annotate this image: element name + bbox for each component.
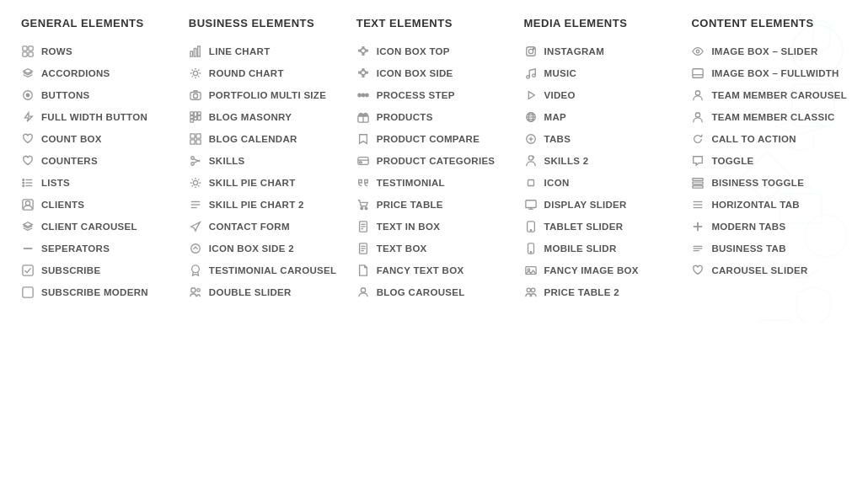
lists-label: LISTS: [41, 178, 70, 188]
menu-item-price-table[interactable]: PRICE TABLE: [356, 198, 507, 211]
menu-item-blog-carousel[interactable]: BLOG CAROUSEL: [356, 286, 507, 299]
menu-item-fancy-text-box[interactable]: FANCY TEXT BOX: [356, 264, 507, 277]
menu-item-counters[interactable]: COUNTERS: [21, 154, 172, 168]
svg-point-110: [697, 50, 700, 53]
menu-item-display-slider[interactable]: DISPLAY SLIDER: [524, 198, 675, 211]
menu-item-horizontal-tab[interactable]: HORIZONTAL TAB: [691, 198, 847, 211]
menu-item-double-slider[interactable]: DOUBLE SLIDER: [189, 286, 340, 299]
svg-point-82: [361, 288, 365, 292]
menu-item-full-width-button[interactable]: FULL WIDTH BUTTON: [21, 110, 172, 124]
products-icon: [356, 110, 370, 124]
menu-item-client-carousel[interactable]: CLIENT CAROUSEL: [21, 220, 172, 233]
menu-item-tablet-slider[interactable]: TABLET SLIDER: [524, 220, 675, 233]
menu-item-testimonial[interactable]: TESTIMONIAL: [356, 176, 507, 190]
menu-item-skill-pie-chart-2[interactable]: SKILL PIE CHART 2: [189, 198, 340, 211]
blog-masonry-label: BLOG MASONRY: [209, 112, 292, 122]
menu-item-separators[interactable]: SEPERATORS: [21, 242, 172, 255]
round-chart-icon: [189, 67, 202, 80]
contact-form-icon: [189, 220, 202, 233]
menu-item-text-box[interactable]: TEXT BOX: [356, 242, 507, 255]
menu-item-skills-2[interactable]: SKILLS 2: [524, 154, 675, 168]
skill-pie-chart-label: SKILL PIE CHART: [209, 178, 296, 188]
menu-item-icon-box-top[interactable]: ICON BOX TOP: [356, 45, 507, 58]
menu-item-icon[interactable]: ICON: [524, 176, 675, 190]
round-chart-label: ROUND CHART: [209, 68, 284, 78]
menu-item-products[interactable]: PRODUCTS: [356, 110, 507, 124]
menu-item-icon-box-side-2[interactable]: ICON BOX SIDE 2: [189, 242, 340, 255]
column-header-media: MEDIA ELEMENTS: [524, 17, 675, 29]
menu-item-portfolio-multi-size[interactable]: PORTFOLIO MULTI SIZE: [189, 88, 340, 102]
menu-item-line-chart[interactable]: LINE CHART: [189, 45, 340, 58]
menu-item-subscribe-modern[interactable]: SUBSCRIBE MODERN: [21, 286, 172, 299]
icon-box-side-icon: [356, 67, 370, 80]
columns-wrapper: GENERAL ELEMENTSROWSACCORDIONSBUTTONSFUL…: [13, 17, 855, 307]
menu-item-image-box-fullwidth[interactable]: IMAGE BOX – FULLWIDTH: [691, 67, 847, 80]
music-icon: [524, 67, 538, 80]
display-slider-icon: [524, 198, 538, 211]
skill-pie-chart-2-label: SKILL PIE CHART 2: [209, 200, 304, 210]
menu-item-tabs[interactable]: TABS: [524, 132, 675, 146]
menu-item-instagram[interactable]: INSTAGRAM: [524, 45, 675, 58]
menu-item-process-step[interactable]: PROCESS STEP: [356, 88, 507, 102]
menu-item-lists[interactable]: LISTS: [21, 176, 172, 190]
svg-rect-12: [29, 52, 33, 56]
testimonial-icon: [356, 176, 370, 190]
process-step-label: PROCESS STEP: [377, 90, 455, 100]
business-tab-icon: [691, 242, 705, 255]
menu-item-text-in-box[interactable]: TEXT IN BOX: [356, 220, 507, 233]
menu-item-clients[interactable]: CLIENTS: [21, 198, 172, 211]
svg-point-52: [197, 289, 201, 292]
menu-item-price-table-2[interactable]: PRICE TABLE 2: [524, 286, 675, 299]
testimonial-carousel-icon: [189, 264, 202, 277]
menu-item-video[interactable]: VIDEO: [524, 88, 675, 102]
svg-point-43: [191, 157, 195, 160]
menu-item-round-chart[interactable]: ROUND CHART: [189, 67, 340, 80]
svg-rect-57: [366, 50, 367, 51]
svg-rect-3: [758, 320, 792, 324]
menu-item-accordions[interactable]: ACCORDIONS: [21, 67, 172, 80]
menu-item-map[interactable]: MAP: [524, 110, 675, 124]
menu-item-modern-tabs[interactable]: MODERN TABS: [691, 220, 847, 233]
menu-item-contact-form[interactable]: CONTACT FORM: [189, 220, 340, 233]
line-chart-icon: [189, 45, 202, 58]
menu-item-product-categories[interactable]: PRODUCT CATEGORIES: [356, 154, 507, 168]
business-toggle-label: BISINESS TOGGLE: [711, 178, 804, 188]
menu-item-music[interactable]: MUSIC: [524, 67, 675, 80]
column-text: TEXT ELEMENTSICON BOX TOPICON BOX SIDEPR…: [348, 17, 516, 307]
menu-item-business-tab[interactable]: BUSINESS TAB: [691, 242, 847, 255]
menu-item-fancy-image-box[interactable]: FANCY IMAGE BOX: [524, 264, 675, 277]
menu-item-testimonial-carousel[interactable]: TESTIMONIAL CAROUSEL: [189, 264, 340, 277]
menu-item-team-member-classic[interactable]: TEAM MEMBER CLASSIC: [691, 110, 847, 124]
menu-item-business-toggle[interactable]: BISINESS TOGGLE: [691, 176, 847, 190]
menu-item-buttons[interactable]: BUTTONS: [21, 88, 172, 102]
menu-item-carousel-slider[interactable]: CAROUSEL SLIDER: [691, 264, 847, 277]
menu-item-image-box-slider[interactable]: IMAGE BOX – SLIDER: [691, 45, 847, 58]
menu-item-product-compare[interactable]: PRODUCT COMPARE: [356, 132, 507, 146]
menu-item-count-box[interactable]: COUNT BOX: [21, 132, 172, 146]
double-slider-label: DOUBLE SLIDER: [209, 287, 292, 297]
team-member-carousel-icon: [691, 88, 705, 102]
fancy-image-box-label: FANCY IMAGE BOX: [544, 265, 639, 275]
image-box-slider-label: IMAGE BOX – SLIDER: [711, 46, 817, 56]
svg-point-103: [530, 230, 531, 231]
svg-point-19: [23, 182, 24, 184]
menu-item-rows[interactable]: ROWS: [21, 45, 172, 58]
menu-item-mobile-slider[interactable]: MOBILE SLIDR: [524, 242, 675, 255]
menu-item-team-member-carousel[interactable]: TEAM MEMBER CAROUSEL: [691, 88, 847, 102]
price-table-label: PRICE TABLE: [377, 200, 443, 210]
carousel-slider-icon: [691, 264, 705, 277]
svg-rect-39: [190, 134, 195, 138]
blog-calendar-icon: [189, 132, 202, 146]
menu-item-blog-calendar[interactable]: BLOG CALENDAR: [189, 132, 340, 146]
instagram-label: INSTAGRAM: [544, 46, 604, 56]
menu-item-subscribe[interactable]: SUBSCRIBE: [21, 264, 172, 277]
menu-item-icon-box-side[interactable]: ICON BOX SIDE: [356, 67, 507, 80]
menu-item-skill-pie-chart[interactable]: SKILL PIE CHART: [189, 176, 340, 190]
call-to-action-icon: [691, 132, 705, 146]
menu-item-call-to-action[interactable]: CALL TO ACTION: [691, 132, 847, 146]
menu-item-skills[interactable]: SKILLS: [189, 154, 340, 168]
icon-box-side-2-label: ICON BOX SIDE 2: [209, 243, 294, 254]
menu-item-toggle[interactable]: TOGGLE: [691, 154, 847, 168]
product-categories-label: PRODUCT CATEGORIES: [377, 156, 496, 166]
menu-item-blog-masonry[interactable]: BLOG MASONRY: [189, 110, 340, 124]
